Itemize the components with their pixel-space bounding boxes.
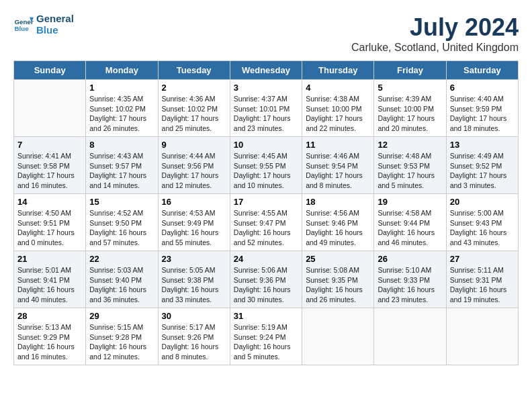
calendar-body: 1Sunrise: 4:35 AM Sunset: 10:02 PM Dayli… bbox=[14, 80, 519, 365]
day-number: 29 bbox=[89, 311, 154, 321]
day-info: Sunrise: 5:01 AM Sunset: 9:41 PM Dayligh… bbox=[17, 265, 82, 305]
day-info: Sunrise: 5:17 AM Sunset: 9:26 PM Dayligh… bbox=[162, 322, 226, 362]
calendar-cell: 17Sunrise: 4:55 AM Sunset: 9:47 PM Dayli… bbox=[230, 194, 302, 251]
day-info: Sunrise: 4:39 AM Sunset: 10:00 PM Daylig… bbox=[378, 94, 442, 134]
day-info: Sunrise: 4:56 AM Sunset: 9:46 PM Dayligh… bbox=[306, 208, 370, 248]
week-row-4: 21Sunrise: 5:01 AM Sunset: 9:41 PM Dayli… bbox=[14, 251, 519, 308]
day-number: 9 bbox=[162, 140, 226, 150]
day-number: 19 bbox=[378, 197, 442, 207]
logo-icon: General Blue bbox=[13, 15, 34, 35]
logo-line2: Blue bbox=[36, 25, 74, 36]
day-info: Sunrise: 4:50 AM Sunset: 9:51 PM Dayligh… bbox=[17, 208, 82, 248]
calendar-cell: 3Sunrise: 4:37 AM Sunset: 10:01 PM Dayli… bbox=[230, 80, 302, 137]
calendar-cell: 22Sunrise: 5:03 AM Sunset: 9:40 PM Dayli… bbox=[86, 251, 158, 308]
day-info: Sunrise: 5:15 AM Sunset: 9:28 PM Dayligh… bbox=[89, 322, 154, 362]
location-title: Carluke, Scotland, United Kingdom bbox=[351, 42, 519, 54]
day-info: Sunrise: 4:49 AM Sunset: 9:52 PM Dayligh… bbox=[450, 151, 515, 191]
day-info: Sunrise: 4:36 AM Sunset: 10:02 PM Daylig… bbox=[162, 94, 226, 134]
calendar-cell: 31Sunrise: 5:19 AM Sunset: 9:24 PM Dayli… bbox=[230, 308, 302, 365]
week-row-1: 1Sunrise: 4:35 AM Sunset: 10:02 PM Dayli… bbox=[14, 80, 519, 137]
day-number: 6 bbox=[450, 83, 515, 93]
calendar-cell: 13Sunrise: 4:49 AM Sunset: 9:52 PM Dayli… bbox=[446, 137, 518, 194]
day-info: Sunrise: 5:19 AM Sunset: 9:24 PM Dayligh… bbox=[234, 322, 298, 362]
calendar-cell bbox=[374, 308, 446, 365]
month-title: July 2024 bbox=[351, 13, 519, 42]
calendar-cell: 7Sunrise: 4:41 AM Sunset: 9:58 PM Daylig… bbox=[14, 137, 86, 194]
calendar-cell: 20Sunrise: 5:00 AM Sunset: 9:43 PM Dayli… bbox=[446, 194, 518, 251]
day-number: 31 bbox=[234, 311, 298, 321]
day-number: 2 bbox=[162, 83, 226, 93]
day-info: Sunrise: 5:13 AM Sunset: 9:29 PM Dayligh… bbox=[17, 322, 82, 362]
day-number: 30 bbox=[162, 311, 226, 321]
day-header-monday: Monday bbox=[86, 61, 158, 80]
logo: General Blue General Blue bbox=[13, 13, 74, 36]
title-area: July 2024 Carluke, Scotland, United King… bbox=[351, 13, 519, 54]
calendar-cell: 28Sunrise: 5:13 AM Sunset: 9:29 PM Dayli… bbox=[14, 308, 86, 365]
day-header-wednesday: Wednesday bbox=[230, 61, 302, 80]
day-info: Sunrise: 4:52 AM Sunset: 9:50 PM Dayligh… bbox=[89, 208, 154, 248]
calendar-cell bbox=[302, 308, 374, 365]
day-number: 1 bbox=[89, 83, 154, 93]
day-number: 17 bbox=[234, 197, 298, 207]
day-number: 23 bbox=[162, 254, 226, 264]
day-number: 7 bbox=[17, 140, 82, 150]
calendar-cell: 29Sunrise: 5:15 AM Sunset: 9:28 PM Dayli… bbox=[86, 308, 158, 365]
calendar-cell: 4Sunrise: 4:38 AM Sunset: 10:00 PM Dayli… bbox=[302, 80, 374, 137]
calendar-cell: 21Sunrise: 5:01 AM Sunset: 9:41 PM Dayli… bbox=[14, 251, 86, 308]
calendar-cell: 9Sunrise: 4:44 AM Sunset: 9:56 PM Daylig… bbox=[158, 137, 230, 194]
week-row-3: 14Sunrise: 4:50 AM Sunset: 9:51 PM Dayli… bbox=[14, 194, 519, 251]
day-info: Sunrise: 5:03 AM Sunset: 9:40 PM Dayligh… bbox=[89, 265, 154, 305]
day-info: Sunrise: 4:53 AM Sunset: 9:49 PM Dayligh… bbox=[162, 208, 226, 248]
day-info: Sunrise: 4:35 AM Sunset: 10:02 PM Daylig… bbox=[89, 94, 154, 134]
calendar-cell: 8Sunrise: 4:43 AM Sunset: 9:57 PM Daylig… bbox=[86, 137, 158, 194]
day-header-thursday: Thursday bbox=[302, 61, 374, 80]
svg-text:Blue: Blue bbox=[15, 25, 30, 32]
day-number: 24 bbox=[234, 254, 298, 264]
day-number: 8 bbox=[89, 140, 154, 150]
day-info: Sunrise: 4:37 AM Sunset: 10:01 PM Daylig… bbox=[234, 94, 298, 134]
day-header-saturday: Saturday bbox=[446, 61, 518, 80]
day-number: 27 bbox=[450, 254, 515, 264]
calendar-cell: 6Sunrise: 4:40 AM Sunset: 9:59 PM Daylig… bbox=[446, 80, 518, 137]
day-number: 10 bbox=[234, 140, 298, 150]
header: General Blue General Blue July 2024 Carl… bbox=[13, 13, 519, 54]
calendar-table: SundayMondayTuesdayWednesdayThursdayFrid… bbox=[13, 60, 519, 365]
day-number: 28 bbox=[17, 311, 82, 321]
day-info: Sunrise: 4:46 AM Sunset: 9:54 PM Dayligh… bbox=[306, 151, 370, 191]
calendar-cell: 11Sunrise: 4:46 AM Sunset: 9:54 PM Dayli… bbox=[302, 137, 374, 194]
day-info: Sunrise: 4:55 AM Sunset: 9:47 PM Dayligh… bbox=[234, 208, 298, 248]
day-info: Sunrise: 4:58 AM Sunset: 9:44 PM Dayligh… bbox=[378, 208, 442, 248]
day-number: 18 bbox=[306, 197, 370, 207]
calendar-cell: 30Sunrise: 5:17 AM Sunset: 9:26 PM Dayli… bbox=[158, 308, 230, 365]
day-number: 21 bbox=[17, 254, 82, 264]
day-info: Sunrise: 4:40 AM Sunset: 9:59 PM Dayligh… bbox=[450, 94, 515, 134]
day-info: Sunrise: 5:06 AM Sunset: 9:36 PM Dayligh… bbox=[234, 265, 298, 305]
day-number: 22 bbox=[89, 254, 154, 264]
day-number: 16 bbox=[162, 197, 226, 207]
day-info: Sunrise: 4:45 AM Sunset: 9:55 PM Dayligh… bbox=[234, 151, 298, 191]
day-number: 13 bbox=[450, 140, 515, 150]
calendar-cell bbox=[446, 308, 518, 365]
day-number: 15 bbox=[89, 197, 154, 207]
day-info: Sunrise: 4:48 AM Sunset: 9:53 PM Dayligh… bbox=[378, 151, 442, 191]
day-number: 14 bbox=[17, 197, 82, 207]
calendar-cell: 14Sunrise: 4:50 AM Sunset: 9:51 PM Dayli… bbox=[14, 194, 86, 251]
day-header-friday: Friday bbox=[374, 61, 446, 80]
day-number: 4 bbox=[306, 83, 370, 93]
day-info: Sunrise: 5:05 AM Sunset: 9:38 PM Dayligh… bbox=[162, 265, 226, 305]
day-number: 26 bbox=[378, 254, 442, 264]
day-info: Sunrise: 4:44 AM Sunset: 9:56 PM Dayligh… bbox=[162, 151, 226, 191]
logo-line1: General bbox=[36, 13, 74, 25]
day-number: 11 bbox=[306, 140, 370, 150]
day-number: 25 bbox=[306, 254, 370, 264]
calendar-cell bbox=[14, 80, 86, 137]
day-info: Sunrise: 5:00 AM Sunset: 9:43 PM Dayligh… bbox=[450, 208, 515, 248]
day-info: Sunrise: 4:41 AM Sunset: 9:58 PM Dayligh… bbox=[17, 151, 82, 191]
day-header-tuesday: Tuesday bbox=[158, 61, 230, 80]
week-row-2: 7Sunrise: 4:41 AM Sunset: 9:58 PM Daylig… bbox=[14, 137, 519, 194]
calendar-cell: 15Sunrise: 4:52 AM Sunset: 9:50 PM Dayli… bbox=[86, 194, 158, 251]
week-row-5: 28Sunrise: 5:13 AM Sunset: 9:29 PM Dayli… bbox=[14, 308, 519, 365]
day-number: 3 bbox=[234, 83, 298, 93]
day-number: 12 bbox=[378, 140, 442, 150]
calendar-cell: 24Sunrise: 5:06 AM Sunset: 9:36 PM Dayli… bbox=[230, 251, 302, 308]
